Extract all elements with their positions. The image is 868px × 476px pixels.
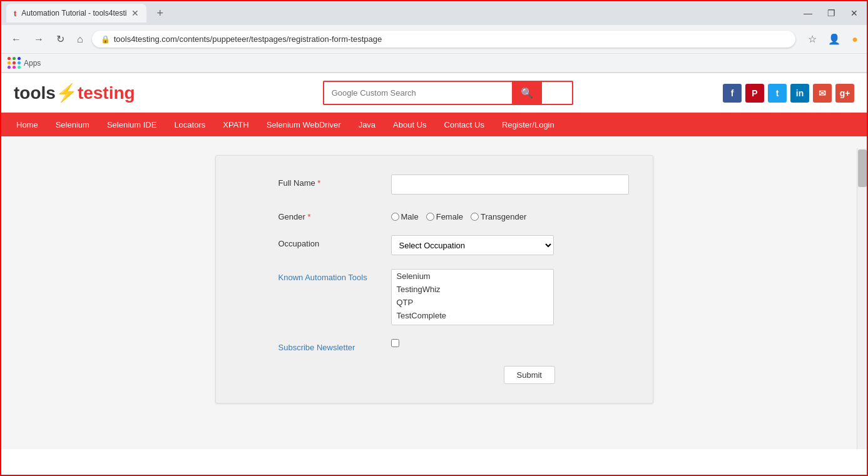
title-bar: t Automation Tutorial - tools4testi ✕ + … bbox=[1, 1, 867, 25]
social-icons: f P t in ✉ g+ bbox=[723, 84, 854, 103]
newsletter-checkbox[interactable] bbox=[391, 339, 399, 347]
tab-favicon: t bbox=[14, 9, 16, 18]
submit-row: Submit bbox=[278, 366, 634, 384]
scrollbar-track[interactable] bbox=[857, 148, 867, 449]
gender-row: Gender Male Female Transgender bbox=[278, 208, 634, 221]
address-input-container[interactable]: 🔒 tools4testing.com/contents/puppeteer/t… bbox=[92, 31, 796, 48]
gender-transgender-option[interactable]: Transgender bbox=[471, 212, 526, 221]
nav-about-us[interactable]: About Us bbox=[384, 115, 435, 134]
home-button[interactable]: ⌂ bbox=[73, 31, 87, 48]
site-nav: Home Selenium Selenium IDE Locators XPAT… bbox=[1, 113, 867, 136]
newsletter-control bbox=[391, 339, 634, 347]
account-button[interactable]: 👤 bbox=[825, 31, 843, 48]
tool-ranorex: Ranorex bbox=[392, 322, 553, 325]
nav-register-login[interactable]: Register/Login bbox=[493, 115, 563, 134]
search-button[interactable]: 🔍 bbox=[512, 82, 542, 104]
googleplus-icon[interactable]: g+ bbox=[835, 84, 854, 103]
nav-contact-us[interactable]: Contact Us bbox=[436, 115, 493, 134]
gender-transgender-label: Transgender bbox=[481, 212, 526, 221]
gender-male-radio[interactable] bbox=[391, 213, 399, 221]
browser-tab[interactable]: t Automation Tutorial - tools4testi ✕ bbox=[6, 4, 146, 23]
logo-tools: tools bbox=[14, 83, 56, 103]
nav-selenium[interactable]: Selenium bbox=[47, 115, 98, 134]
full-name-control bbox=[391, 175, 634, 195]
automation-tools-label: Known Automation Tools bbox=[278, 269, 391, 282]
logo-bolt-icon: ⚡ bbox=[56, 83, 78, 103]
website: tools ⚡ testing 🔍 f P t in ✉ g+ Home Sel… bbox=[1, 73, 867, 449]
automation-tools-control: Selenium TestingWhiz QTP TestComplete Ra… bbox=[391, 269, 634, 325]
nav-selenium-ide[interactable]: Selenium IDE bbox=[98, 115, 165, 134]
pinterest-icon[interactable]: P bbox=[745, 84, 764, 103]
address-text: tools4testing.com/contents/puppeteer/tes… bbox=[114, 34, 382, 44]
occupation-select[interactable]: Select Occupation Student Employee Busin… bbox=[391, 235, 554, 255]
apps-grid-icon bbox=[8, 57, 21, 69]
full-name-label: Full Name bbox=[278, 175, 391, 188]
back-button[interactable]: ← bbox=[8, 31, 25, 48]
bookmarks-bar: Apps bbox=[1, 54, 867, 73]
browser-chrome: t Automation Tutorial - tools4testi ✕ + … bbox=[1, 1, 867, 73]
full-name-input[interactable] bbox=[391, 175, 629, 195]
search-input[interactable] bbox=[324, 83, 512, 103]
nav-locators[interactable]: Locators bbox=[165, 115, 214, 134]
minimize-button[interactable]: — bbox=[800, 6, 816, 21]
search-box: 🔍 bbox=[323, 81, 573, 105]
nav-xpath[interactable]: XPATH bbox=[214, 115, 257, 134]
gender-female-radio[interactable] bbox=[426, 213, 434, 221]
gender-transgender-radio[interactable] bbox=[471, 213, 479, 221]
gender-male-option[interactable]: Male bbox=[391, 212, 419, 221]
registration-form: Full Name Gender Male Female bbox=[215, 155, 653, 403]
occupation-label: Occupation bbox=[278, 235, 391, 248]
bookmark-button[interactable]: ☆ bbox=[805, 31, 819, 48]
nav-java[interactable]: Java bbox=[350, 115, 384, 134]
twitter-icon[interactable]: t bbox=[768, 84, 787, 103]
facebook-icon[interactable]: f bbox=[723, 84, 742, 103]
nav-home[interactable]: Home bbox=[8, 115, 47, 134]
new-tab-button[interactable]: + bbox=[151, 4, 168, 23]
newsletter-row: Subscribe Newsletter bbox=[278, 339, 634, 352]
reload-button[interactable]: ↻ bbox=[53, 31, 68, 48]
occupation-row: Occupation Select Occupation Student Emp… bbox=[278, 235, 634, 255]
gender-control: Male Female Transgender bbox=[391, 208, 634, 221]
scrollbar-thumb[interactable] bbox=[858, 149, 867, 187]
linkedin-icon[interactable]: in bbox=[790, 84, 809, 103]
tab-close-button[interactable]: ✕ bbox=[131, 8, 139, 18]
occupation-control: Select Occupation Student Employee Busin… bbox=[391, 235, 634, 255]
forward-button[interactable]: → bbox=[30, 31, 48, 48]
gender-female-label: Female bbox=[436, 212, 463, 221]
lock-icon: 🔒 bbox=[101, 35, 110, 44]
automation-tools-listbox[interactable]: Selenium TestingWhiz QTP TestComplete Ra… bbox=[391, 269, 554, 325]
tool-qtp: QTP bbox=[392, 296, 553, 309]
gender-female-option[interactable]: Female bbox=[426, 212, 463, 221]
email-icon[interactable]: ✉ bbox=[813, 84, 832, 103]
apps-link[interactable]: Apps bbox=[8, 57, 41, 69]
tool-selenium: Selenium bbox=[392, 270, 553, 283]
gender-male-label: Male bbox=[401, 212, 419, 221]
address-bar: ← → ↻ ⌂ 🔒 tools4testing.com/contents/pup… bbox=[1, 25, 867, 54]
tool-testingwhiz: TestingWhiz bbox=[392, 283, 553, 296]
full-name-row: Full Name bbox=[278, 175, 634, 195]
toolbar-right: ☆ 👤 ● bbox=[805, 31, 860, 48]
nav-selenium-webdriver[interactable]: Selenium WebDriver bbox=[258, 115, 350, 134]
window-controls: — ❐ ✕ bbox=[800, 6, 862, 21]
tool-testcomplete: TestComplete bbox=[392, 309, 553, 322]
tab-title: Automation Tutorial - tools4testi bbox=[21, 9, 126, 18]
gender-label: Gender bbox=[278, 208, 391, 221]
apps-label: Apps bbox=[24, 59, 41, 68]
submit-button[interactable]: Submit bbox=[504, 366, 555, 384]
search-area: 🔍 bbox=[323, 81, 573, 105]
site-logo[interactable]: tools ⚡ testing bbox=[14, 83, 135, 103]
restore-button[interactable]: ❐ bbox=[824, 6, 839, 21]
logo-testing: testing bbox=[78, 83, 135, 103]
close-button[interactable]: ✕ bbox=[847, 6, 862, 21]
site-header: tools ⚡ testing 🔍 f P t in ✉ g+ bbox=[1, 73, 867, 113]
extension-button[interactable]: ● bbox=[849, 31, 860, 48]
newsletter-label: Subscribe Newsletter bbox=[278, 339, 391, 352]
automation-tools-row: Known Automation Tools Selenium TestingW… bbox=[278, 269, 634, 325]
site-content: Full Name Gender Male Female bbox=[1, 136, 867, 449]
